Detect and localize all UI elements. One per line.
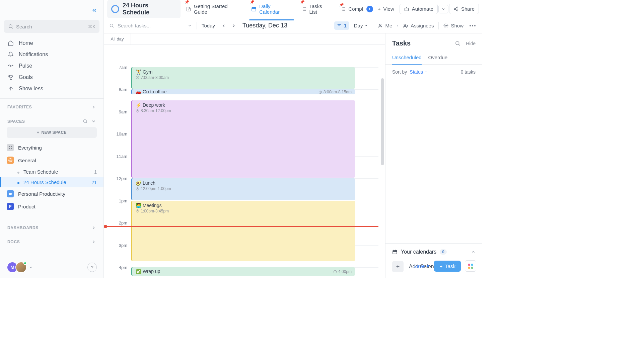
calendar-event[interactable]: ✅ Wrap up4:00pm <box>131 267 355 276</box>
panel-tab-unscheduled[interactable]: Unscheduled <box>392 53 422 64</box>
time-label: 4pm <box>119 265 127 270</box>
automate-dropdown[interactable] <box>438 5 448 13</box>
svg-rect-24 <box>393 250 397 254</box>
hide-panel-button[interactable]: Hide <box>466 41 476 46</box>
search-input[interactable]: Search ⌘K <box>4 20 99 33</box>
up-icon <box>7 86 14 92</box>
space-item-product[interactable]: PProduct <box>0 200 103 213</box>
spaces-header: SPACES <box>0 113 103 127</box>
add-view-button[interactable]: + View <box>374 4 398 14</box>
trophy-icon <box>7 74 14 80</box>
cal-icon <box>251 6 257 12</box>
allday-slot[interactable] <box>131 33 385 44</box>
nav-item-home[interactable]: Home <box>3 37 100 49</box>
me-filter-button[interactable]: Me <box>378 23 392 28</box>
bell-icon <box>7 52 14 58</box>
new-task-button[interactable]: + Task <box>434 261 461 272</box>
nav-item-goals[interactable]: Goals <box>3 72 100 83</box>
tab-daily-calendar[interactable]: 📌Daily Calendar <box>246 0 296 20</box>
time-label: 12pm <box>116 176 127 181</box>
prev-day-button[interactable] <box>220 22 228 30</box>
pin-icon: 📌 <box>250 0 255 4</box>
next-day-button[interactable] <box>230 22 238 30</box>
favorites-header[interactable]: FAVORITES <box>0 99 103 113</box>
space-item-general[interactable]: General <box>0 154 103 167</box>
scrollbar[interactable] <box>381 78 384 165</box>
doc-icon <box>186 6 191 12</box>
nav-item-notifications[interactable]: Notifications <box>3 49 100 60</box>
sort-select[interactable]: Status <box>410 69 428 75</box>
search-spaces-icon[interactable] <box>83 119 88 124</box>
status-indicator <box>23 262 27 265</box>
pin-icon: 📌 <box>339 3 344 7</box>
apps-button[interactable] <box>465 260 476 272</box>
tab-compl[interactable]: 📌Compl <box>336 1 368 17</box>
svg-point-10 <box>456 7 458 8</box>
share-icon <box>453 6 458 11</box>
view-mode-select[interactable]: Day <box>354 23 368 28</box>
search-tasks-input[interactable]: Search tasks... <box>109 23 183 28</box>
nav-item-show-less[interactable]: Show less <box>3 83 100 94</box>
tab-getting-started-guide[interactable]: 📌Getting Started Guide <box>181 0 246 20</box>
tab-tasks-list[interactable]: 📌Tasks List <box>297 0 336 20</box>
page-title-chip[interactable]: 24 Hours Schedule <box>107 0 181 18</box>
chevron-down-icon[interactable] <box>91 119 96 124</box>
time-label: 11am <box>116 154 127 159</box>
docs-header[interactable]: DOCS <box>0 234 103 248</box>
your-calendars-row[interactable]: Your calendars 0 <box>392 249 476 255</box>
nav-item-pulse[interactable]: Pulse <box>3 60 100 72</box>
calendar-event[interactable]: ⚡ Deep work8:30am-12:00pm <box>131 100 355 178</box>
panel-tab-overdue[interactable]: Overdue <box>428 53 448 64</box>
plus-icon: + <box>392 261 404 272</box>
sidebar: Search ⌘K HomeNotificationsPulseGoalsSho… <box>0 0 104 278</box>
search-icon <box>109 23 114 28</box>
page-title: 24 Hours Schedule <box>123 2 176 16</box>
new-space-button[interactable]: + NEW SPACE <box>7 127 97 138</box>
chevron-right-icon <box>91 240 96 244</box>
save-button[interactable]: Save <box>413 263 430 269</box>
allday-label: All day <box>104 36 131 41</box>
svg-point-14 <box>379 24 381 26</box>
user-menu[interactable]: M <box>7 262 33 273</box>
space-item-everything[interactable]: Everything <box>0 141 103 154</box>
search-icon[interactable] <box>455 40 460 46</box>
svg-point-23 <box>456 41 459 45</box>
calendar-event[interactable]: 🚗 Go to office8:00am-8:15am <box>131 89 355 94</box>
collapse-sidebar-button[interactable] <box>91 7 97 13</box>
plus-icon: + <box>439 263 442 269</box>
toolbar: Search tasks... Today Tuesday, Dec 13 1 … <box>104 18 482 33</box>
calendar-event[interactable]: 👩‍💻 Meetings1:00pm-3:45pm <box>131 201 355 261</box>
current-date: Tuesday, Dec 13 <box>242 22 287 29</box>
automate-button[interactable]: Automate <box>400 4 438 14</box>
space-item-personal-productivity[interactable]: Personal Productivity <box>0 187 103 200</box>
svg-point-13 <box>110 24 113 27</box>
list-item-team-schedule[interactable]: Team Schedule1 <box>0 167 103 177</box>
show-button[interactable]: Show <box>443 23 463 28</box>
assignees-button[interactable]: Assignees <box>403 23 434 28</box>
chevron-right-icon <box>91 105 96 109</box>
share-button[interactable]: Share <box>449 4 479 14</box>
today-button[interactable]: Today <box>202 23 215 28</box>
more-options-button[interactable] <box>468 24 477 28</box>
space-icon <box>7 157 14 164</box>
users-icon <box>403 23 408 28</box>
svg-point-15 <box>404 24 406 25</box>
chevron-down-icon[interactable] <box>188 23 192 28</box>
list-item-24-hours-schedule[interactable]: 24 Hours Schedule21 <box>0 177 103 187</box>
svg-rect-5 <box>9 148 10 149</box>
calendar-event[interactable]: 🥑 Lunch12:00pm-1:00pm <box>131 178 355 200</box>
calendar-event[interactable]: 🏋️ Gym7:00am-8:00am <box>131 67 355 89</box>
time-label: 2pm <box>119 220 127 225</box>
filter-button[interactable]: 1 <box>334 21 349 30</box>
help-button[interactable]: ? <box>87 263 97 272</box>
dashboards-header[interactable]: DASHBOARDS <box>0 219 103 234</box>
pin-icon: 📌 <box>185 0 189 4</box>
svg-point-0 <box>9 25 12 28</box>
svg-point-2 <box>84 120 87 123</box>
space-icon <box>7 144 14 151</box>
space-icon <box>7 190 14 197</box>
plus-icon: + <box>378 6 381 12</box>
svg-rect-3 <box>9 146 10 148</box>
svg-rect-8 <box>252 7 256 11</box>
chevron-down-icon <box>29 265 33 269</box>
